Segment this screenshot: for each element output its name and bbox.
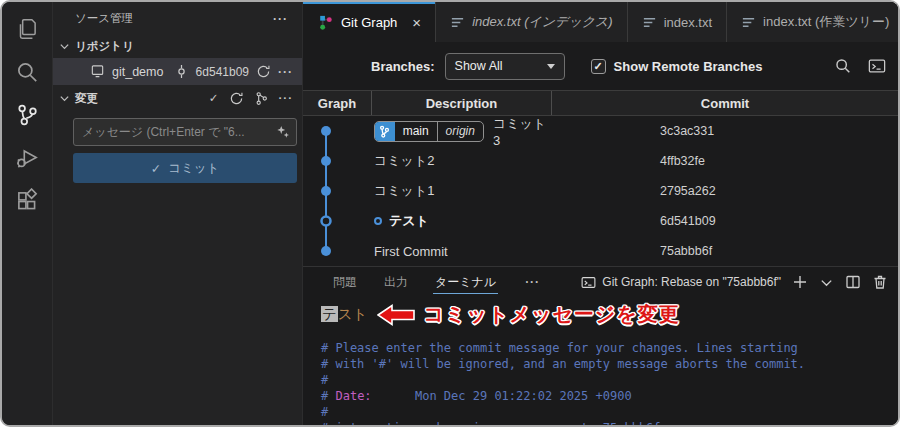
terminal-session[interactable]: Git Graph: Rebase on "75abbb6f" <box>581 275 781 290</box>
repo-name: git_demo <box>112 65 167 79</box>
chevron-down-icon <box>59 41 70 52</box>
column-header-commit[interactable]: Commit <box>552 91 898 115</box>
show-remote-branches-label: Show Remote Branches <box>614 59 763 74</box>
branch-ref-badge[interactable]: main origin <box>374 121 484 142</box>
commit-row[interactable]: First Commit 75abbb6f <box>303 236 898 266</box>
repo-icon <box>90 64 105 79</box>
terminal-cursor: テ <box>321 306 338 322</box>
source-control-icon[interactable] <box>14 101 41 128</box>
panel-tab-terminal[interactable]: ターミナル <box>435 267 496 297</box>
branches-dropdown[interactable]: Show All <box>445 53 565 80</box>
git-graph-icon[interactable] <box>254 91 269 106</box>
split-terminal-icon[interactable] <box>845 274 861 290</box>
commit-icon <box>174 64 189 79</box>
git-graph-table-header: Graph Description Commit <box>303 90 898 116</box>
bottom-panel: 問題 出力 ターミナル ··· Git Graph: Rebase on "75… <box>303 266 898 425</box>
new-terminal-icon[interactable] <box>792 274 808 290</box>
panel-tab-label: 問題 <box>333 274 357 291</box>
commit-hash: 2795a262 <box>552 184 898 198</box>
trash-icon[interactable] <box>872 274 888 290</box>
annotation-text: コミットメッセージを変更 <box>424 301 680 328</box>
section-label: 変更 <box>75 91 98 106</box>
commit-row[interactable]: main origin コミット3 3c3ac331 <box>303 116 898 146</box>
commit-message: コミット1 <box>374 182 434 200</box>
refresh-icon[interactable] <box>229 91 244 106</box>
more-actions-icon[interactable]: ··· <box>273 12 288 26</box>
commit-graph <box>303 116 371 266</box>
commit-hash: 6d541b09 <box>552 214 898 228</box>
commit-hash: 4ffb32fe <box>552 154 898 168</box>
chevron-down-icon <box>59 93 70 104</box>
extensions-icon[interactable] <box>14 187 41 214</box>
tab-git-graph[interactable]: Git Graph × <box>303 2 436 42</box>
section-repositories[interactable]: リポジトリ <box>53 35 302 58</box>
close-icon[interactable]: × <box>412 15 421 30</box>
tab-index-txt[interactable]: index.txt <box>628 2 727 42</box>
terminal-line: # <box>321 372 898 388</box>
git-graph-logo-icon <box>317 14 334 31</box>
file-icon <box>450 15 465 30</box>
commit-row[interactable]: コミット2 4ffb32fe <box>303 146 898 176</box>
repo-more-icon[interactable]: ··· <box>278 65 293 79</box>
panel-tab-problems[interactable]: 問題 <box>333 267 357 297</box>
commit-button-label: コミット <box>168 160 219 177</box>
date-value: Mon Dec 29 01:22:02 2025 +0900 <box>372 389 632 403</box>
git-graph-toolbar: Branches: Show All ✓ Show Remote Branche… <box>303 42 898 90</box>
file-icon <box>642 15 657 30</box>
commit-button[interactable]: ✓ コミット <box>73 153 297 183</box>
show-remote-branches-option[interactable]: ✓ Show Remote Branches <box>591 59 763 74</box>
remote-name: origin <box>438 124 483 138</box>
explorer-icon[interactable] <box>14 15 41 42</box>
commit-message: First Commit <box>374 244 448 259</box>
search-icon[interactable] <box>834 57 852 75</box>
repo-checked-out-commit: 6d541b09 <box>196 65 249 79</box>
repository-row[interactable]: git_demo 6d541b09 ··· <box>53 58 302 85</box>
commit-message: テスト <box>389 212 429 230</box>
commit-all-icon[interactable]: ✓ <box>209 91 219 105</box>
commit-hash: 3c3ac331 <box>552 124 898 138</box>
changes-more-icon[interactable]: ··· <box>279 92 294 104</box>
terminal-line: # <box>321 404 898 420</box>
panel-tab-label: ターミナル <box>435 274 496 291</box>
column-header-description[interactable]: Description <box>371 91 552 115</box>
chevron-down-icon[interactable] <box>819 275 834 290</box>
date-label: Date: <box>335 389 371 403</box>
editor-tab-bar: Git Graph × index.txt (インデックス) index.txt… <box>303 2 898 42</box>
commit-hash: 75abbb6f <box>552 244 898 258</box>
tab-label: index.txt (作業ツリー) <box>763 13 889 31</box>
search-icon[interactable] <box>14 58 41 85</box>
checkbox-checked-icon[interactable]: ✓ <box>591 59 606 74</box>
annotation-arrow-icon <box>377 303 415 327</box>
chevron-down-icon <box>547 64 555 69</box>
commit-row-head[interactable]: テスト 6d541b09 <box>303 206 898 236</box>
terminal-line: # with '#' will be ignored, and an empty… <box>321 356 898 372</box>
terminal-icon[interactable] <box>868 57 886 75</box>
terminal-content[interactable]: テスト コミットメッセージを変更 # Please enter the comm… <box>303 297 898 425</box>
section-changes[interactable]: 変更 ✓ ··· <box>53 85 302 111</box>
tab-index-txt-index[interactable]: index.txt (インデックス) <box>436 2 628 42</box>
branch-name: main <box>395 124 437 138</box>
sparkle-icon[interactable] <box>276 125 290 139</box>
branches-dropdown-value: Show All <box>455 59 503 73</box>
panel-tab-output[interactable]: 出力 <box>384 267 408 297</box>
column-header-graph[interactable]: Graph <box>303 91 371 115</box>
terminal-line-clipped: # interactive rebase in progress; onto 7… <box>321 420 898 425</box>
commit-message-input[interactable] <box>73 118 297 146</box>
tab-index-txt-worktree[interactable]: index.txt (作業ツリー) <box>727 2 900 42</box>
sidebar-header: ソース管理 ··· <box>53 2 302 35</box>
panel-more-icon[interactable]: ··· <box>525 275 540 289</box>
terminal-line: # Please enter the commit message for yo… <box>321 340 898 356</box>
editor-area: Git Graph × index.txt (インデックス) index.txt… <box>302 2 898 425</box>
branches-label: Branches: <box>371 59 435 74</box>
panel-tab-label: 出力 <box>384 274 408 291</box>
tab-label: Git Graph <box>341 15 397 30</box>
sync-icon[interactable] <box>256 64 271 79</box>
sidebar-title: ソース管理 <box>75 11 273 26</box>
git-graph-rows: main origin コミット3 3c3ac331 コミット2 4ffb32f… <box>303 116 898 266</box>
head-indicator-icon <box>374 217 382 225</box>
commit-message: コミット2 <box>374 152 434 170</box>
commit-row[interactable]: コミット1 2795a262 <box>303 176 898 206</box>
tab-label: index.txt (インデックス) <box>472 13 613 31</box>
vscode-window: ソース管理 ··· リポジトリ git_demo 6d541b09 ··· 変更 <box>0 0 900 427</box>
run-debug-icon[interactable] <box>14 144 41 171</box>
